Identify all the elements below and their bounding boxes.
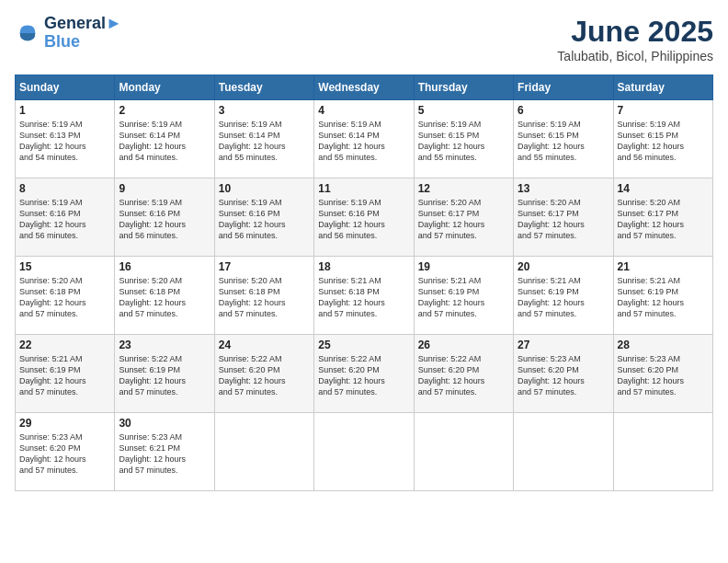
day-info: Sunrise: 5:20 AMSunset: 6:17 PMDaylight:… [418,197,509,242]
day-info: Sunrise: 5:19 AMSunset: 6:16 PMDaylight:… [19,197,110,242]
day-info: Sunrise: 5:21 AMSunset: 6:18 PMDaylight:… [318,275,409,320]
calendar-cell: 30Sunrise: 5:23 AMSunset: 6:21 PMDayligh… [115,413,214,491]
day-number: 10 [219,182,310,195]
calendar-cell: 10Sunrise: 5:19 AMSunset: 6:16 PMDayligh… [214,178,313,257]
day-number: 21 [618,260,709,273]
calendar-row-1: 1Sunrise: 5:19 AMSunset: 6:13 PMDaylight… [16,100,713,178]
calendar-cell: 3Sunrise: 5:19 AMSunset: 6:14 PMDaylight… [214,100,313,178]
calendar-cell: 26Sunrise: 5:22 AMSunset: 6:20 PMDayligh… [414,335,513,413]
logo-icon [15,20,40,46]
calendar-cell: 17Sunrise: 5:20 AMSunset: 6:18 PMDayligh… [214,257,313,335]
day-number: 24 [219,339,310,351]
day-number: 28 [618,339,709,351]
header-wednesday: Wednesday [314,75,414,100]
calendar-cell: 25Sunrise: 5:22 AMSunset: 6:20 PMDayligh… [314,335,414,413]
calendar-cell: 20Sunrise: 5:21 AMSunset: 6:19 PMDayligh… [514,257,613,335]
calendar-cell: 9Sunrise: 5:19 AMSunset: 6:16 PMDaylight… [115,178,214,257]
day-number: 7 [618,104,709,117]
day-number: 18 [318,260,409,273]
day-info: Sunrise: 5:23 AMSunset: 6:20 PMDaylight:… [518,353,609,398]
calendar-cell: 16Sunrise: 5:20 AMSunset: 6:18 PMDayligh… [115,257,214,335]
weekday-header-row: Sunday Monday Tuesday Wednesday Thursday… [16,75,713,100]
day-info: Sunrise: 5:21 AMSunset: 6:19 PMDaylight:… [19,353,110,398]
calendar-cell: 24Sunrise: 5:22 AMSunset: 6:20 PMDayligh… [214,335,313,413]
calendar-cell: 12Sunrise: 5:20 AMSunset: 6:17 PMDayligh… [414,178,513,257]
day-info: Sunrise: 5:22 AMSunset: 6:19 PMDaylight:… [119,353,210,398]
logo-text: General► Blue [44,15,122,52]
day-number: 6 [518,104,609,117]
day-info: Sunrise: 5:21 AMSunset: 6:19 PMDaylight:… [518,275,609,320]
logo: General► Blue [15,15,122,52]
day-number: 11 [318,182,409,195]
page-header: General► Blue June 2025 Talubatib, Bicol… [15,15,713,63]
day-info: Sunrise: 5:19 AMSunset: 6:15 PMDaylight:… [418,119,509,164]
calendar-cell: 23Sunrise: 5:22 AMSunset: 6:19 PMDayligh… [115,335,214,413]
header-sunday: Sunday [16,75,115,100]
calendar-cell: 4Sunrise: 5:19 AMSunset: 6:14 PMDaylight… [314,100,414,178]
header-thursday: Thursday [414,75,513,100]
calendar-cell: 7Sunrise: 5:19 AMSunset: 6:15 PMDaylight… [613,100,712,178]
calendar-subtitle: Talubatib, Bicol, Philippines [557,49,713,63]
calendar-cell: 5Sunrise: 5:19 AMSunset: 6:15 PMDaylight… [414,100,513,178]
day-info: Sunrise: 5:19 AMSunset: 6:16 PMDaylight:… [219,197,310,242]
day-info: Sunrise: 5:20 AMSunset: 6:18 PMDaylight:… [19,275,110,320]
calendar-row-4: 22Sunrise: 5:21 AMSunset: 6:19 PMDayligh… [16,335,713,413]
header-tuesday: Tuesday [214,75,313,100]
header-monday: Monday [115,75,214,100]
header-saturday: Saturday [613,75,712,100]
day-number: 29 [19,417,110,430]
day-number: 3 [219,104,310,117]
calendar-cell: 18Sunrise: 5:21 AMSunset: 6:18 PMDayligh… [314,257,414,335]
title-area: June 2025 Talubatib, Bicol, Philippines [557,15,713,63]
calendar-table: Sunday Monday Tuesday Wednesday Thursday… [15,75,713,491]
day-number: 16 [119,260,210,273]
day-number: 30 [119,417,210,430]
calendar-cell: 14Sunrise: 5:20 AMSunset: 6:17 PMDayligh… [613,178,712,257]
day-info: Sunrise: 5:22 AMSunset: 6:20 PMDaylight:… [219,353,310,398]
calendar-cell: 1Sunrise: 5:19 AMSunset: 6:13 PMDaylight… [16,100,115,178]
day-info: Sunrise: 5:20 AMSunset: 6:18 PMDaylight:… [219,275,310,320]
day-number: 1 [19,104,110,117]
calendar-cell: 11Sunrise: 5:19 AMSunset: 6:16 PMDayligh… [314,178,414,257]
day-number: 9 [119,182,210,195]
calendar-cell: 19Sunrise: 5:21 AMSunset: 6:19 PMDayligh… [414,257,513,335]
day-number: 26 [418,339,509,351]
calendar-cell [613,413,712,491]
header-friday: Friday [514,75,613,100]
day-info: Sunrise: 5:21 AMSunset: 6:19 PMDaylight:… [618,275,709,320]
day-info: Sunrise: 5:23 AMSunset: 6:20 PMDaylight:… [19,431,110,477]
calendar-cell: 13Sunrise: 5:20 AMSunset: 6:17 PMDayligh… [514,178,613,257]
calendar-cell: 21Sunrise: 5:21 AMSunset: 6:19 PMDayligh… [613,257,712,335]
calendar-cell: 27Sunrise: 5:23 AMSunset: 6:20 PMDayligh… [514,335,613,413]
day-number: 25 [318,339,409,351]
calendar-cell: 22Sunrise: 5:21 AMSunset: 6:19 PMDayligh… [16,335,115,413]
day-number: 27 [518,339,609,351]
calendar-cell: 8Sunrise: 5:19 AMSunset: 6:16 PMDaylight… [16,178,115,257]
day-info: Sunrise: 5:20 AMSunset: 6:17 PMDaylight:… [518,197,609,242]
day-number: 22 [19,339,110,351]
day-number: 13 [518,182,609,195]
day-info: Sunrise: 5:20 AMSunset: 6:18 PMDaylight:… [119,275,210,320]
day-info: Sunrise: 5:19 AMSunset: 6:16 PMDaylight:… [318,197,409,242]
day-info: Sunrise: 5:21 AMSunset: 6:19 PMDaylight:… [418,275,509,320]
day-number: 14 [618,182,709,195]
day-number: 15 [19,260,110,273]
calendar-cell [314,413,414,491]
day-info: Sunrise: 5:19 AMSunset: 6:16 PMDaylight:… [119,197,210,242]
day-info: Sunrise: 5:19 AMSunset: 6:13 PMDaylight:… [19,119,110,164]
day-info: Sunrise: 5:23 AMSunset: 6:20 PMDaylight:… [618,353,709,398]
day-info: Sunrise: 5:19 AMSunset: 6:14 PMDaylight:… [219,119,310,164]
day-number: 2 [119,104,210,117]
day-info: Sunrise: 5:22 AMSunset: 6:20 PMDaylight:… [318,353,409,398]
day-info: Sunrise: 5:19 AMSunset: 6:14 PMDaylight:… [119,119,210,164]
calendar-cell [414,413,513,491]
day-info: Sunrise: 5:23 AMSunset: 6:21 PMDaylight:… [119,431,210,477]
calendar-cell [514,413,613,491]
calendar-title: June 2025 [557,15,713,49]
day-number: 19 [418,260,509,273]
day-number: 5 [418,104,509,117]
day-info: Sunrise: 5:19 AMSunset: 6:15 PMDaylight:… [618,119,709,164]
calendar-cell: 28Sunrise: 5:23 AMSunset: 6:20 PMDayligh… [613,335,712,413]
calendar-cell: 6Sunrise: 5:19 AMSunset: 6:15 PMDaylight… [514,100,613,178]
day-info: Sunrise: 5:22 AMSunset: 6:20 PMDaylight:… [418,353,509,398]
